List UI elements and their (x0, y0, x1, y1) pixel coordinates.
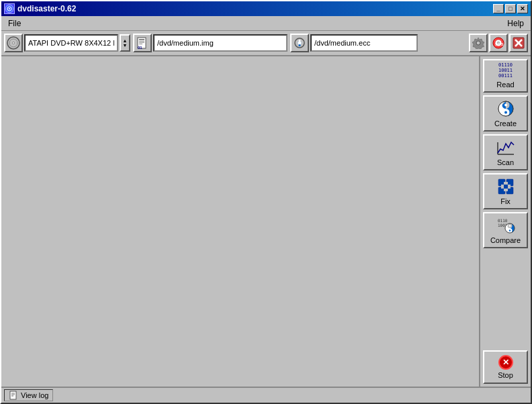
log-icon (9, 391, 18, 400)
read-button[interactable]: 011101001100111 Read (483, 59, 528, 93)
toolbar: ▲ ▼ 01 (1, 31, 531, 56)
svg-point-26 (504, 111, 507, 114)
menu-bar: File Help (1, 16, 531, 31)
svg-point-14 (299, 40, 301, 42)
title-bar: dvdisaster-0.62 _ □ ✕ (1, 1, 531, 16)
stop-label: Stop (498, 371, 513, 379)
fix-label: Fix (500, 197, 511, 205)
scan-label: Scan (497, 158, 514, 166)
img-icon: 01 (133, 34, 152, 52)
content-area (1, 56, 480, 387)
toolbar-icons: SOS (469, 34, 528, 52)
ecc-input[interactable] (310, 34, 418, 52)
maximize-button[interactable]: □ (505, 4, 516, 13)
drive-icon (4, 34, 23, 52)
settings-button[interactable] (469, 34, 488, 52)
sidebar: 011101001100111 Read (480, 56, 531, 387)
svg-rect-9 (139, 41, 144, 42)
fix-icon (496, 177, 515, 196)
ecc-icon (290, 34, 309, 52)
scan-icon (496, 138, 515, 157)
svg-rect-10 (139, 42, 144, 43)
drive-input[interactable] (24, 34, 118, 52)
view-log-label: View log (21, 391, 48, 399)
compare-label: Compare (490, 236, 521, 244)
read-icon: 011101001100111 (498, 63, 513, 79)
svg-text:0110: 0110 (498, 218, 508, 223)
main-window: dvdisaster-0.62 _ □ ✕ File Help (0, 0, 532, 404)
img-input[interactable] (153, 34, 287, 52)
svg-text:SOS: SOS (495, 42, 504, 46)
scan-button[interactable]: Scan (483, 134, 528, 170)
svg-point-42 (508, 225, 510, 226)
svg-point-43 (508, 230, 510, 231)
main-area: 011101001100111 Read (1, 56, 531, 387)
svg-rect-45 (10, 391, 16, 399)
drive-selector: ▲ ▼ (4, 34, 130, 52)
svg-point-16 (476, 41, 480, 45)
dvd-icon-button[interactable]: SOS (489, 34, 508, 52)
fix-button[interactable]: Fix (483, 173, 528, 209)
status-bar: View log (1, 387, 531, 403)
create-label: Create (494, 119, 517, 128)
svg-rect-38 (504, 185, 508, 189)
svg-text:01: 01 (138, 46, 142, 50)
img-file-group: 01 (133, 34, 287, 52)
minimize-button[interactable]: _ (493, 4, 504, 13)
drive-spinner[interactable]: ▲ ▼ (120, 34, 130, 52)
svg-rect-8 (139, 39, 144, 40)
svg-point-6 (13, 42, 14, 44)
svg-point-25 (504, 104, 507, 107)
help-menu[interactable]: Help (503, 17, 528, 30)
svg-rect-11 (139, 44, 142, 44)
window-title: dvdisaster-0.62 (17, 4, 76, 13)
app-icon (4, 3, 15, 14)
title-bar-left: dvdisaster-0.62 (4, 3, 76, 14)
title-buttons: _ □ ✕ (493, 4, 528, 13)
stop-icon: ✕ (498, 355, 513, 370)
ecc-file-group (290, 34, 418, 52)
stop-button[interactable]: ✕ Stop (483, 350, 528, 384)
create-icon (496, 99, 515, 118)
file-menu[interactable]: File (4, 17, 25, 30)
read-label: Read (496, 81, 514, 89)
view-log-item[interactable]: View log (4, 389, 53, 401)
svg-point-2 (9, 8, 10, 9)
compare-icon: 0110 1001 (496, 216, 515, 235)
create-button[interactable]: Create (483, 95, 528, 132)
exit-button[interactable] (509, 34, 528, 52)
close-button[interactable]: ✕ (517, 4, 528, 13)
svg-point-15 (299, 44, 301, 46)
compare-button[interactable]: 0110 1001 Compare (483, 212, 528, 248)
